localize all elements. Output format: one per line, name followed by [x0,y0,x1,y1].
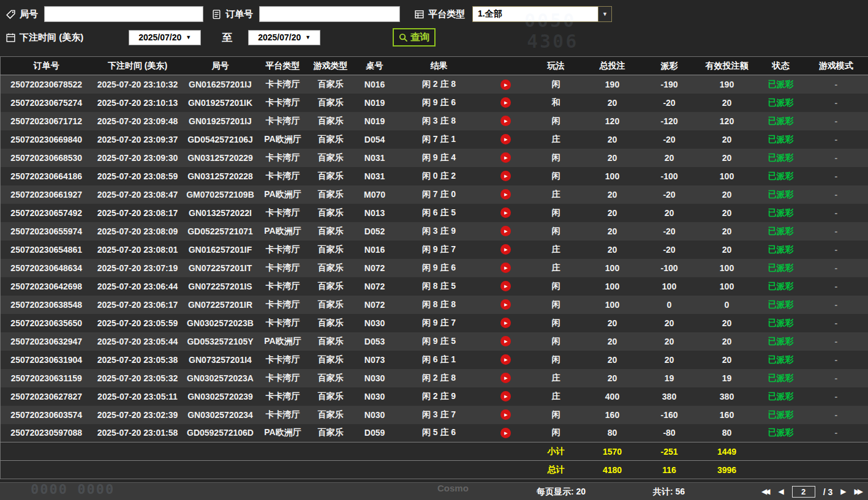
replay-button[interactable]: ▶ [500,428,511,438]
cell-payout: -20 [643,94,696,112]
cell-result: 闲 2 庄 8 [396,369,482,387]
page-number-input[interactable]: 2 [792,486,815,498]
cell-order-number: 250720230678522 [1,75,92,94]
cell-valid-bet: 100 [696,277,758,296]
replay-button[interactable]: ▶ [500,171,511,181]
cell-table-number: N016 [353,75,396,94]
replay-button[interactable]: ▶ [500,299,511,310]
replay-button[interactable]: ▶ [500,373,511,383]
replay-button[interactable]: ▶ [500,281,511,291]
order-input[interactable] [259,6,400,22]
cell-bet-time: 2025-07-20 23:09:48 [92,112,183,130]
grand-total-row: 总计 4180 116 3996 [1,461,868,479]
cell-game-type: 百家乐 [308,149,353,167]
table-summary: 小计 1570 -251 1449 总计 4180 116 3996 [1,442,868,479]
cell-payout: 20 [643,314,696,332]
cell-platform-type: 卡卡湾厅 [258,314,308,332]
cell-payout: -190 [643,75,696,94]
replay-button[interactable]: ▶ [500,189,511,200]
cell-platform-type: 卡卡湾厅 [258,387,308,406]
replay-button[interactable]: ▶ [500,263,511,273]
replay-button[interactable]: ▶ [500,318,511,328]
first-page-button[interactable]: ◀◀ [761,485,770,498]
platform-select[interactable]: 1.全部 ▼ [472,6,612,22]
cell-play-type: 闲 [530,75,583,94]
table-row: 250720230642698 2025-07-20 23:06:44 GN07… [1,277,868,296]
cell-result: 闲 3 庄 8 [396,112,482,130]
cell-play-type: 闲 [530,222,583,241]
play-icon: ▶ [504,339,507,343]
cell-total-bet: 100 [583,277,643,296]
cell-game-type: 百家乐 [308,387,353,406]
grand-total-label: 总计 [530,461,583,479]
cell-game-mode: - [804,296,868,314]
cell-table-number: N073 [353,351,396,369]
cell-game-type: 百家乐 [308,424,353,442]
header-valid-bet: 有效投注额 [696,57,758,75]
cell-result: 闲 9 庄 7 [396,241,482,259]
cell-order-number: 250720230603574 [1,406,92,424]
prev-page-button[interactable]: ◀ [778,485,783,498]
replay-button[interactable]: ▶ [500,391,511,401]
cell-platform-type: PA欧洲厅 [258,185,308,204]
query-button[interactable]: 查询 [393,28,436,47]
cell-platform-type: 卡卡湾厅 [258,94,308,112]
cell-game-mode: - [804,314,868,332]
cell-game-mode: - [804,369,868,387]
last-page-button[interactable]: ▶▶ [855,485,863,498]
cell-play-type: 庄 [530,241,583,259]
cell-table-number: N013 [353,204,396,222]
round-input[interactable] [44,6,203,22]
cell-table-number: N072 [353,296,396,314]
replay-button[interactable]: ▶ [500,244,511,255]
chevron-down-icon: ▼ [598,7,611,21]
cell-round-number: GN0302572023B [183,314,258,332]
cell-order-number: 250720230654861 [1,241,92,259]
query-button-label: 查询 [410,31,430,44]
cell-game-type: 百家乐 [308,185,353,204]
cell-round-number: GN016257201IF [183,241,258,259]
play-icon: ▶ [504,284,507,288]
replay-button[interactable]: ▶ [500,336,511,346]
table-row: 250720230631904 2025-07-20 23:05:38 GN07… [1,351,868,369]
cell-game-mode: - [804,424,868,442]
cell-result: 闲 6 庄 1 [396,351,482,369]
replay-button[interactable]: ▶ [500,409,511,420]
date-from-picker[interactable]: 2025/07/20 ▼ [129,30,201,45]
replay-button[interactable]: ▶ [500,354,511,365]
replay-button[interactable]: ▶ [500,80,511,90]
replay-button[interactable]: ▶ [500,226,511,236]
header-payout: 派彩 [643,57,696,75]
subtotal-row: 小计 1570 -251 1449 [1,442,868,461]
cell-valid-bet: 20 [696,351,758,369]
date-to-picker[interactable]: 2025/07/20 ▼ [248,30,320,45]
cell-game-type: 百家乐 [308,259,353,277]
replay-button[interactable]: ▶ [500,97,511,108]
cell-game-mode: - [804,112,868,130]
replay-button[interactable]: ▶ [500,207,511,218]
next-page-button[interactable]: ▶ [840,485,846,498]
cell-game-type: 百家乐 [308,204,353,222]
table-row: 250720230664186 2025-07-20 23:08:59 GN03… [1,167,868,185]
replay-button[interactable]: ▶ [500,116,511,126]
subtotal-payout: -251 [643,442,696,461]
cell-round-number: GN073257201I4 [183,351,258,369]
cell-status: 已派彩 [758,185,804,204]
cell-status: 已派彩 [758,332,804,351]
cell-order-number: 250720230655974 [1,222,92,241]
replay-button[interactable]: ▶ [500,134,511,144]
cell-order-number: 250720230675274 [1,94,92,112]
cell-valid-bet: 190 [696,75,758,94]
cell-bet-time: 2025-07-20 23:09:30 [92,149,183,167]
tag-icon [5,9,17,20]
replay-button[interactable]: ▶ [500,152,511,163]
cell-total-bet: 20 [583,130,643,149]
cell-valid-bet: 20 [696,332,758,351]
subtotal-label: 小计 [530,442,583,461]
cell-round-number: GD0592572106D [183,424,258,442]
cell-payout: 20 [643,332,696,351]
cell-play-type: 闲 [530,204,583,222]
cell-status: 已派彩 [758,296,804,314]
cell-table-number: D053 [353,332,396,351]
cell-total-bet: 20 [583,351,643,369]
